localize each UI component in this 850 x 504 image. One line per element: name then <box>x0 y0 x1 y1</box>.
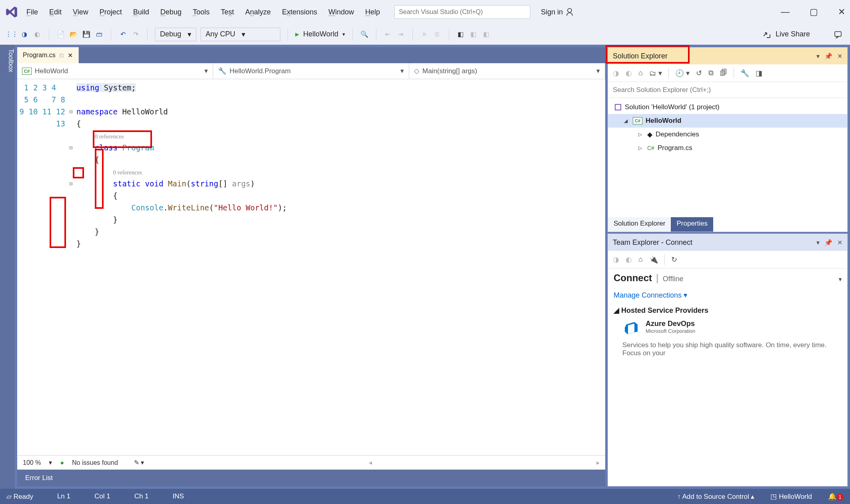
add-source-control-button[interactable]: ↑ Add to Source Control ▴ <box>677 492 754 501</box>
hosted-providers-section[interactable]: ◢ Hosted Service Providers <box>608 303 847 318</box>
editor-panel: Program.cs ⏍ ✕ C#HelloWorld▾ 🔧HelloWorld… <box>17 47 605 486</box>
navigation-bar: C#HelloWorld▾ 🔧HelloWorld.Program▾ ◇Main… <box>17 63 605 79</box>
panel-close-icon[interactable]: ✕ <box>837 239 842 246</box>
new-item-button[interactable]: 📄 <box>56 30 65 39</box>
solution-icon <box>614 104 622 111</box>
nav-class[interactable]: 🔧HelloWorld.Program▾ <box>213 63 409 79</box>
nav-fwd-icon[interactable]: ◐ <box>626 69 632 78</box>
menu-file[interactable]: File <box>26 8 38 16</box>
team-connect-header: Connect|Offline ▾ <box>608 268 847 288</box>
liveshare-button[interactable]: Live Share <box>776 30 810 38</box>
home-icon[interactable]: ⌂ <box>638 255 643 264</box>
panel-close-icon[interactable]: ✕ <box>837 52 842 60</box>
azure-devops-item[interactable]: Azure DevOps Microsoft Corporation <box>608 318 847 340</box>
menu-test[interactable]: Test <box>221 8 234 16</box>
liveshare-icon[interactable] <box>762 30 772 39</box>
status-project[interactable]: ◳ HelloWorld <box>770 492 812 501</box>
toolbox-panel[interactable]: Toolbox <box>0 45 15 489</box>
solution-tree: Solution 'HelloWorld' (1 project) ◢C#Hel… <box>608 98 847 157</box>
line-gutter: 1 2 3 4 5 6 7 8 9 10 11 12 13 <box>17 79 69 455</box>
menu-analyze[interactable]: Analyze <box>245 8 271 16</box>
maximize-button[interactable]: ▢ <box>810 7 818 17</box>
menu-project[interactable]: Project <box>100 8 122 16</box>
nav-fwd-button[interactable]: ◐ <box>33 30 42 39</box>
status-ready: ▱ Ready <box>6 492 33 501</box>
notifications-button[interactable]: 🔔1 <box>828 492 844 501</box>
panel-dropdown-icon[interactable]: ▾ <box>816 239 820 246</box>
status-line: Ln 1 <box>57 492 70 500</box>
tree-file-program-cs[interactable]: ▷C#Program.cs <box>608 141 847 155</box>
global-search-input[interactable] <box>394 5 530 19</box>
solution-search-input[interactable] <box>608 82 847 98</box>
home-icon[interactable]: ⌂ <box>638 69 643 77</box>
code-area[interactable]: using System; namespace HelloWorld { 0 r… <box>76 79 605 455</box>
collapse-icon[interactable]: ⧉ <box>708 69 714 77</box>
user-icon <box>566 8 575 16</box>
redo-button[interactable]: ↷ <box>131 30 140 39</box>
tab-program-cs[interactable]: Program.cs ⏍ ✕ <box>17 47 79 63</box>
panel-dropdown-icon[interactable]: ▾ <box>816 52 820 60</box>
sync-view-icon[interactable]: 🗂 ▾ <box>649 69 662 78</box>
config-combo[interactable]: Debug▾ <box>155 28 196 41</box>
code-editor[interactable]: 1 2 3 4 5 6 7 8 9 10 11 12 13 ⊟ ⊟ ⊟ usin… <box>17 79 605 455</box>
workspace: Toolbox Program.cs ⏍ ✕ C#HelloWorld▾ 🔧He… <box>0 45 850 489</box>
menu-debug[interactable]: Debug <box>160 8 182 16</box>
signin-button[interactable]: Sign in <box>541 8 575 16</box>
drag-handle-icon[interactable]: ⋮⋮ <box>7 30 16 39</box>
plug-icon[interactable]: 🔌 <box>649 255 658 264</box>
dependencies-icon: ◆ <box>647 130 652 139</box>
run-target[interactable]: HelloWorld <box>303 30 338 38</box>
properties-icon[interactable]: 🔧 <box>740 69 749 78</box>
feedback-icon[interactable] <box>834 30 843 39</box>
solution-explorer-header: Solution Explorer ▾ 📌 ✕ <box>608 48 847 64</box>
close-tab-icon[interactable]: ✕ <box>68 52 73 59</box>
nav-back-icon[interactable]: ◑ <box>613 255 619 264</box>
refresh-icon[interactable]: ↻ <box>671 255 677 264</box>
bookmark-icon[interactable]: ◧ <box>456 30 465 39</box>
tree-solution-root[interactable]: Solution 'HelloWorld' (1 project) <box>608 100 847 114</box>
close-button[interactable]: ✕ <box>838 7 845 17</box>
open-button[interactable]: 📂 <box>69 30 78 39</box>
status-ins[interactable]: INS <box>173 492 184 500</box>
pin-icon[interactable]: 📌 <box>824 239 832 246</box>
menu-tools[interactable]: Tools <box>193 8 210 16</box>
save-button[interactable]: 💾 <box>82 30 91 39</box>
prev-bookmark-icon: ◧ <box>469 30 478 39</box>
nav-method[interactable]: ◇Main(string[] args)▾ <box>409 63 605 79</box>
menu-view[interactable]: View <box>73 8 88 16</box>
menu-edit[interactable]: Edit <box>49 8 62 16</box>
minimize-button[interactable]: — <box>781 7 790 17</box>
undo-button[interactable]: ↶ <box>118 30 127 39</box>
manage-connections-link[interactable]: Manage Connections ▾ <box>608 288 847 303</box>
pin-icon[interactable]: 📌 <box>824 52 832 60</box>
history-icon[interactable]: 🕘 ▾ <box>675 69 690 78</box>
nav-back-icon[interactable]: ◑ <box>613 69 619 78</box>
nav-fwd-icon[interactable]: ◐ <box>626 255 632 264</box>
show-all-icon[interactable]: 🗐 <box>720 69 727 77</box>
fold-column: ⊟ ⊟ ⊟ <box>69 79 76 455</box>
menu-help[interactable]: Help <box>365 8 380 16</box>
nav-back-button[interactable]: ◑ <box>20 30 29 39</box>
run-play-icon[interactable]: ▶ <box>295 31 299 37</box>
nav-project[interactable]: C#HelloWorld▾ <box>17 63 213 79</box>
tree-dependencies[interactable]: ▷◆Dependencies <box>608 128 847 141</box>
platform-combo[interactable]: Any CPU▾ <box>200 28 280 41</box>
save-all-button[interactable]: 🗃 <box>95 30 104 39</box>
menu-extensions[interactable]: Extensions <box>282 8 317 16</box>
azure-devops-desc: Services to help you ship high quality s… <box>608 340 847 362</box>
find-button[interactable]: 🔍 <box>360 30 369 39</box>
tree-project[interactable]: ◢C#HelloWorld <box>608 114 847 128</box>
menu-window[interactable]: Window <box>328 8 354 16</box>
solution-sub-tabs: Solution Explorer Properties <box>608 217 847 232</box>
indent-less-icon: ⇤ <box>384 30 392 39</box>
solution-explorer-title: Solution Explorer <box>613 52 668 60</box>
pin-icon[interactable]: ⏍ <box>60 52 64 59</box>
vs-logo-icon <box>5 5 18 19</box>
preview-icon[interactable]: ◨ <box>756 69 762 78</box>
sub-tab-solution-explorer[interactable]: Solution Explorer <box>608 217 671 232</box>
zoom-level[interactable]: 100 % <box>23 459 41 466</box>
error-list-tab[interactable]: Error List <box>17 470 605 486</box>
sub-tab-properties[interactable]: Properties <box>671 217 713 232</box>
menu-build[interactable]: Build <box>133 8 149 16</box>
refresh-icon[interactable]: ↺ <box>696 69 702 78</box>
